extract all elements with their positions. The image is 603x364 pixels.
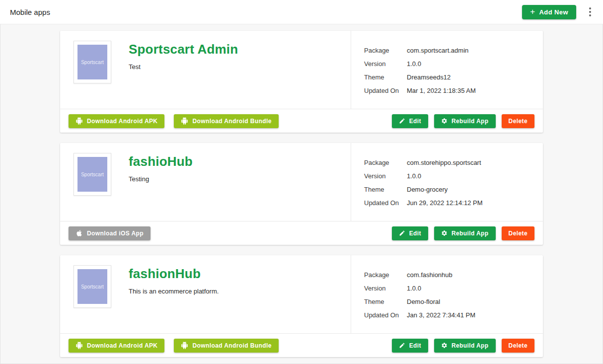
download-android-apk-button[interactable]: Download Android APK	[69, 339, 164, 353]
app-details: Package com.storehippo.sportscart Versio…	[351, 143, 543, 221]
app-thumbnail-tile: Sportscart	[77, 45, 107, 79]
detail-label: Version	[364, 60, 407, 68]
download-android-bundle-button[interactable]: Download Android Bundle	[174, 114, 278, 128]
detail-row-theme: Theme Demo-grocery	[364, 185, 535, 194]
detail-row-updated: Updated On Mar 1, 2022 1:18:35 AM	[364, 86, 535, 95]
rebuild-app-button[interactable]: Rebuild App	[434, 339, 496, 353]
detail-row-package: Package com.storehippo.sportscart	[364, 158, 535, 167]
detail-row-theme: Theme Dreamseeds12	[364, 73, 535, 81]
detail-value: com.storehippo.sportscart	[407, 158, 481, 167]
detail-label: Theme	[364, 297, 407, 306]
app-list: Sportscart Sportscart Admin Test Package…	[0, 24, 603, 357]
detail-value: Jan 3, 2022 7:34:41 PM	[407, 311, 475, 319]
android-icon	[75, 117, 83, 125]
apple-icon	[75, 229, 83, 237]
detail-label: Updated On	[364, 86, 407, 95]
edit-button[interactable]: Edit	[392, 226, 428, 240]
app-thumbnail: Sportscart	[74, 265, 111, 308]
detail-row-version: Version 1.0.0	[364, 172, 535, 180]
app-thumbnail: Sportscart	[74, 153, 111, 196]
app-thumbnail-label: Sportscart	[81, 284, 104, 290]
rebuild-app-button[interactable]: Rebuild App	[434, 226, 496, 240]
download-ios-app-button[interactable]: Download iOS App	[69, 226, 151, 240]
detail-label: Package	[364, 271, 407, 279]
detail-row-updated: Updated On Jun 29, 2022 12:14:12 PM	[364, 199, 535, 207]
app-name: Sportscart Admin	[129, 42, 238, 57]
page-title: Mobile apps	[10, 8, 50, 16]
detail-value: com.fashionhub	[407, 271, 452, 279]
detail-label: Version	[364, 172, 407, 180]
detail-value: Mar 1, 2022 1:18:35 AM	[407, 86, 476, 95]
plus-icon: +	[530, 7, 535, 16]
add-new-label: Add New	[539, 8, 568, 16]
delete-button[interactable]: Delete	[502, 226, 534, 240]
kebab-menu-icon[interactable]	[586, 5, 594, 18]
edit-button[interactable]: Edit	[392, 114, 428, 128]
app-name: fashioHub	[129, 154, 193, 169]
delete-button[interactable]: Delete	[502, 339, 534, 353]
app-thumbnail-label: Sportscart	[81, 172, 104, 177]
android-icon	[181, 117, 188, 125]
app-details: Package com.sportscart.admin Version 1.0…	[351, 31, 543, 109]
add-new-button[interactable]: + Add New	[522, 5, 576, 19]
detail-value: 1.0.0	[407, 284, 421, 292]
gear-icon	[441, 118, 448, 124]
detail-row-package: Package com.fashionhub	[364, 271, 535, 279]
detail-label: Theme	[364, 185, 407, 194]
pencil-icon	[399, 118, 405, 124]
detail-value: com.sportscart.admin	[407, 46, 468, 55]
detail-label: Package	[364, 158, 407, 167]
app-thumbnail-tile: Sportscart	[77, 269, 107, 304]
app-details: Package com.fashionhub Version 1.0.0 The…	[351, 255, 543, 333]
detail-row-version: Version 1.0.0	[364, 284, 535, 292]
gear-icon	[441, 342, 448, 349]
detail-value: 1.0.0	[407, 172, 421, 180]
app-description: Testing	[129, 175, 193, 183]
detail-label: Theme	[364, 73, 407, 81]
edit-button[interactable]: Edit	[392, 339, 428, 353]
android-icon	[75, 342, 83, 349]
app-description: Test	[129, 63, 238, 71]
delete-button[interactable]: Delete	[502, 114, 534, 128]
app-description: This is an ecommerce platform.	[129, 288, 219, 295]
detail-row-theme: Theme Demo-floral	[364, 297, 535, 306]
app-thumbnail-label: Sportscart	[81, 60, 104, 65]
detail-row-package: Package com.sportscart.admin	[364, 46, 535, 55]
detail-label: Updated On	[364, 199, 407, 207]
app-thumbnail: Sportscart	[74, 41, 111, 83]
detail-label: Version	[364, 284, 407, 292]
detail-label: Updated On	[364, 311, 407, 319]
detail-value: 1.0.0	[407, 60, 421, 68]
detail-row-updated: Updated On Jan 3, 2022 7:34:41 PM	[364, 311, 535, 319]
app-thumbnail-tile: Sportscart	[77, 157, 107, 192]
header: Mobile apps + Add New	[0, 0, 603, 24]
detail-value: Demo-floral	[407, 297, 440, 306]
detail-value: Dreamseeds12	[407, 73, 451, 81]
detail-value: Demo-grocery	[407, 185, 448, 194]
app-card: Sportscart Sportscart Admin Test Package…	[60, 31, 543, 133]
detail-value: Jun 29, 2022 12:14:12 PM	[407, 199, 483, 207]
app-name: fashionHub	[129, 266, 219, 282]
app-card: Sportscart fashionHub This is an ecommer…	[60, 255, 543, 357]
pencil-icon	[399, 342, 405, 349]
gear-icon	[441, 230, 448, 236]
header-actions: + Add New	[522, 5, 594, 19]
download-android-apk-button[interactable]: Download Android APK	[69, 114, 164, 128]
detail-label: Package	[364, 46, 407, 55]
detail-row-version: Version 1.0.0	[364, 60, 535, 68]
app-card: Sportscart fashioHub Testing Package com…	[60, 143, 543, 245]
pencil-icon	[399, 230, 405, 236]
rebuild-app-button[interactable]: Rebuild App	[434, 114, 496, 128]
android-icon	[181, 342, 188, 349]
download-android-bundle-button[interactable]: Download Android Bundle	[174, 339, 278, 353]
